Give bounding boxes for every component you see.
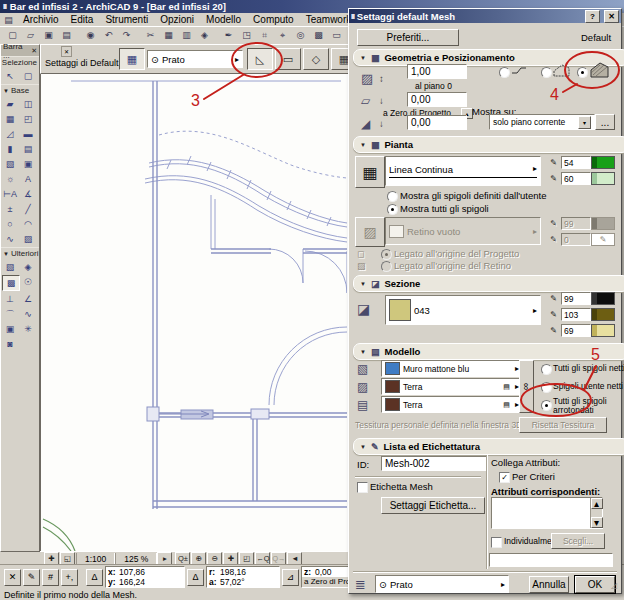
scroll-down-icon[interactable]: ▾ (591, 517, 603, 528)
attributi-listbox[interactable]: ▴ ▾ (491, 497, 603, 529)
ra-coordinates[interactable]: r:198,16 a:57,02° (206, 566, 280, 588)
figure-tool[interactable]: ▣ (2, 322, 18, 336)
a-value[interactable]: 57,02° (220, 577, 245, 587)
mesh-height-field[interactable]: 1,00 (407, 64, 467, 79)
save-icon[interactable]: ▣ (40, 29, 57, 42)
arc-tool[interactable]: ◠ (20, 217, 36, 231)
undo-icon[interactable]: ↶ (100, 29, 117, 42)
stair-tool[interactable]: ▧ (2, 157, 18, 171)
grid-snap-icon[interactable]: # (42, 569, 59, 586)
fill-origin-radio[interactable] (381, 261, 392, 272)
geometry-polygon-button[interactable]: ◺ (247, 48, 273, 70)
menu-archivio[interactable]: Archivio (17, 14, 65, 25)
resize-grip-icon[interactable]: ◿ (611, 581, 617, 590)
menu-edita[interactable]: Edita (65, 14, 100, 25)
per-criteri-checkbox[interactable]: ✓ (499, 472, 510, 483)
bottom-material-popup[interactable]: Terra ▤ ▸ (381, 396, 523, 413)
wall-tool[interactable]: ▰ (2, 97, 18, 111)
mesh-pen-color[interactable] (591, 156, 615, 169)
contour-pen-field[interactable]: 60 (561, 172, 591, 185)
more-options-button[interactable]: ... (595, 114, 615, 130)
line-tool[interactable]: ╱ (20, 202, 36, 216)
open-icon[interactable]: ▱ (22, 29, 39, 42)
project-origin-radio[interactable] (381, 249, 392, 260)
cut-hatch-field[interactable]: 103 (561, 308, 591, 321)
mesh-pen-field[interactable]: 54 (561, 156, 591, 169)
trim-icon[interactable]: ▭ (328, 29, 345, 42)
cut-pen-color[interactable] (591, 292, 615, 305)
pen-icon[interactable]: ✎ (23, 569, 40, 586)
dialog-layer-popup[interactable]: ⊙ Prato ▸ (375, 575, 509, 593)
close-icon[interactable]: ✕ (61, 46, 72, 57)
group-icon[interactable]: ⌗ (256, 29, 273, 42)
camera-tool[interactable]: ◙ (2, 337, 18, 351)
etichetta-mesh-checkbox[interactable] (357, 482, 368, 493)
layer-popup[interactable]: ⊙ Prato ▸ (147, 50, 243, 68)
more-section-header[interactable]: ▼ Ulteriori (1, 247, 39, 259)
section-modello[interactable]: ▼ ▤ Modello (353, 343, 624, 360)
solid-body-radio[interactable] (577, 67, 588, 78)
column-tool[interactable]: ▮ (2, 142, 18, 156)
z2-field[interactable]: 0,00 (407, 115, 467, 130)
hotspot-tool[interactable]: ✳ (20, 322, 36, 336)
zoom-percentage[interactable]: 125 % (115, 553, 157, 564)
section-geometria[interactable]: ▼ ▦ Geometria e Posizionamento (353, 49, 624, 66)
menu-opzioni[interactable]: Opzioni (154, 14, 200, 25)
settaggi-etichetta-button[interactable]: Settaggi Etichetta... (381, 497, 485, 514)
lamp-tool[interactable]: ☼ (2, 172, 18, 186)
ok-button[interactable]: OK (575, 576, 615, 593)
roof-tool[interactable]: ◿ (2, 127, 18, 141)
edit-selection-icon[interactable]: ◎ (292, 29, 309, 42)
angle-dimension-tool[interactable]: ∡ (20, 187, 36, 201)
spline-tool[interactable]: ∿ (2, 232, 18, 246)
section-pianta[interactable]: ▼ ▦ Pianta (353, 136, 624, 153)
close-icon[interactable]: ✕ (31, 47, 37, 55)
redo-icon[interactable]: ↷ (118, 29, 135, 42)
arrow-tool[interactable]: ↖ (2, 69, 18, 83)
fill-bg-pencil-chip[interactable]: ✎ (591, 233, 615, 246)
marquee-tool[interactable]: ▢ (20, 69, 36, 83)
annulla-button[interactable]: Annulla (529, 576, 569, 593)
cut-bg-color[interactable] (591, 324, 615, 337)
delta-ra-toggle[interactable]: Δ (187, 569, 204, 586)
scale-indicator[interactable]: 1:100 (76, 553, 115, 564)
light-tool[interactable]: ☉ (20, 275, 36, 289)
origin-icon[interactable]: ✕ (4, 569, 21, 586)
section-sezione[interactable]: ▼ ◪ Sezione (353, 275, 624, 292)
suspend-group-icon[interactable]: ⌖ (274, 29, 291, 42)
sharp-edges-radio[interactable] (541, 364, 552, 375)
object-tool[interactable]: ▣ (20, 157, 36, 171)
document-window-icon[interactable]: ▤ (0, 13, 17, 26)
beam-tool[interactable]: ▬ (20, 127, 36, 141)
dimension-tool[interactable]: ⊢A (2, 187, 18, 201)
smooth-edges-radio[interactable] (541, 400, 552, 411)
new-document-icon[interactable]: ▢ (4, 29, 21, 42)
contour-pen-color[interactable] (591, 172, 615, 185)
print-icon[interactable]: ▤ (58, 29, 75, 42)
reset-texture-button-disabled[interactable]: Risetta Tessitura (519, 417, 607, 433)
delta-xy-toggle[interactable]: Δ (86, 569, 103, 586)
polyline-tool[interactable]: ⌒ (2, 307, 18, 321)
scroll-up-icon[interactable]: ▴ (591, 498, 603, 509)
find-select-icon[interactable]: ◉ (82, 29, 99, 42)
mesh-tool[interactable]: ▩ (2, 275, 20, 291)
section-lista[interactable]: ▼ ✎ Lista ed Etichettatura (353, 438, 624, 455)
fill-pen-field-disabled[interactable]: 99 (561, 217, 591, 230)
cut-fill-popup[interactable]: 043 ▸ (385, 295, 541, 325)
menu-modello[interactable]: Modello (200, 14, 247, 25)
skirt-radio[interactable] (541, 67, 552, 78)
gravity-icon[interactable]: +, (61, 569, 78, 586)
scegli-button-disabled[interactable]: Scegli... (551, 533, 605, 549)
freehand-tool[interactable]: ∿ (20, 307, 36, 321)
door-tool[interactable]: ◫ (20, 97, 36, 111)
elevation-dimension-tool[interactable]: ⊥ (2, 292, 18, 306)
window-tool[interactable]: ▦ (2, 112, 18, 126)
magic-wand-icon[interactable]: ▩ (310, 29, 327, 42)
all-edges-radio[interactable] (387, 204, 398, 215)
radial-dimension-tool[interactable]: ∠ (20, 292, 36, 306)
fill-icon-button-disabled[interactable]: ▨ (355, 217, 385, 247)
cut-bg-field[interactable]: 69 (561, 324, 591, 337)
user-sharp-radio[interactable] (541, 382, 552, 393)
r-value[interactable]: 198,16 (220, 567, 246, 577)
individualmente-checkbox[interactable] (491, 537, 502, 548)
